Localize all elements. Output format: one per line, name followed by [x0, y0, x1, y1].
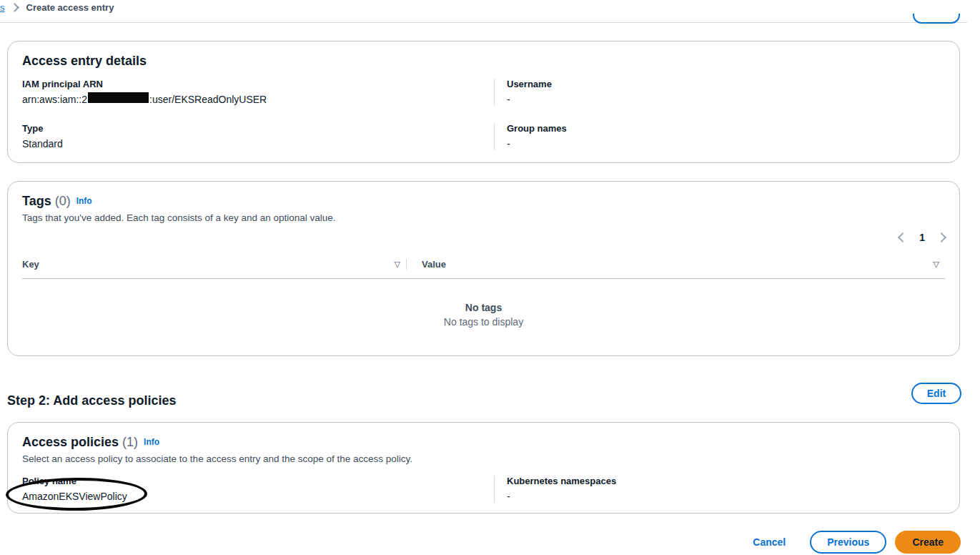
field-value: Standard — [22, 137, 494, 150]
empty-state-title: No tags — [22, 302, 945, 313]
details-field-grid: IAM principal ARN arn:aws:iam::2:user/EK… — [22, 79, 945, 150]
field-value-policy-name: AmazonEKSViewPolicy — [22, 490, 494, 503]
tags-pagination: 1 — [899, 232, 945, 243]
field-label: Username — [507, 79, 945, 90]
sort-triangle-icon: ▽ — [395, 260, 400, 269]
field-iam-principal-arn: IAM principal ARN arn:aws:iam::2:user/EK… — [22, 79, 494, 106]
column-header-value[interactable]: Value ▽ — [406, 259, 945, 270]
sort-triangle-icon: ▽ — [934, 260, 939, 269]
arn-suffix: :user/EKSReadOnlyUSER — [149, 94, 267, 105]
field-policy-name: Policy name AmazonEKSViewPolicy — [22, 476, 494, 503]
edit-step2-button[interactable]: Edit — [911, 383, 961, 404]
column-label: Value — [422, 259, 446, 270]
field-label: Kubernetes namespaces — [507, 476, 945, 487]
redaction-box — [88, 92, 149, 103]
tags-description: Tags that you've added. Each tag consist… — [22, 212, 945, 225]
card-title-access-policies: Access policies (1)Info — [22, 434, 945, 450]
field-value-arn: arn:aws:iam::2:user/EKSReadOnlyUSER — [22, 93, 494, 106]
field-label: Group names — [507, 123, 945, 134]
policies-description: Select an access policy to associate to … — [22, 453, 945, 466]
tags-empty-state: No tags No tags to display — [22, 302, 945, 328]
tags-count: (0) — [55, 194, 71, 208]
header-divider — [0, 22, 967, 23]
column-header-key[interactable]: Key ▽ — [22, 259, 406, 270]
policies-field-grid: Policy name AmazonEKSViewPolicy Kubernet… — [22, 476, 945, 503]
arn-prefix: arn:aws:iam::2 — [22, 94, 87, 105]
access-entry-details-card: Access entry details IAM principal ARN a… — [7, 41, 960, 163]
policies-count: (1) — [122, 435, 138, 449]
tags-title-text: Tags — [22, 194, 51, 208]
field-group-names: Group names - — [494, 123, 945, 150]
policies-info-link[interactable]: Info — [144, 437, 159, 447]
cancel-button[interactable]: Cancel — [753, 536, 786, 548]
field-label: Policy name — [22, 476, 494, 487]
previous-button[interactable]: Previous — [810, 531, 886, 554]
empty-state-subtitle: No tags to display — [22, 316, 945, 328]
field-label: IAM principal ARN — [22, 79, 494, 90]
breadcrumb-link-truncated[interactable]: s — [0, 2, 5, 13]
field-label: Type — [22, 123, 494, 134]
chevron-right-icon — [10, 3, 19, 12]
pagination-page-1[interactable]: 1 — [919, 232, 925, 243]
field-username: Username - — [494, 79, 945, 106]
column-label: Key — [22, 259, 39, 270]
create-button[interactable]: Create — [895, 531, 961, 554]
footer-actions: Cancel Previous Create — [753, 531, 961, 554]
card-title-tags: Tags (0)Info — [22, 193, 945, 209]
tags-table-header: Key ▽ Value ▽ — [22, 259, 945, 279]
field-value: - — [507, 93, 945, 106]
field-kubernetes-namespaces: Kubernetes namespaces - — [494, 476, 945, 503]
field-value: - — [507, 490, 945, 503]
pagination-prev-button[interactable] — [898, 232, 908, 242]
tags-card: Tags (0)Info Tags that you've added. Eac… — [7, 181, 960, 356]
tags-info-link[interactable]: Info — [76, 196, 92, 206]
breadcrumb-current-page: Create access entry — [26, 2, 114, 13]
breadcrumb: s Create access entry — [0, 1, 114, 14]
field-type: Type Standard — [22, 123, 494, 150]
cut-off-edit-button-bottom[interactable] — [913, 14, 960, 24]
field-value: - — [507, 137, 945, 150]
pagination-next-button[interactable] — [936, 232, 946, 242]
access-policies-card: Access policies (1)Info Select an access… — [7, 422, 960, 514]
card-title-access-entry-details: Access entry details — [22, 53, 945, 69]
policies-title-text: Access policies — [22, 435, 119, 449]
step2-heading: Step 2: Add access policies — [7, 393, 176, 408]
